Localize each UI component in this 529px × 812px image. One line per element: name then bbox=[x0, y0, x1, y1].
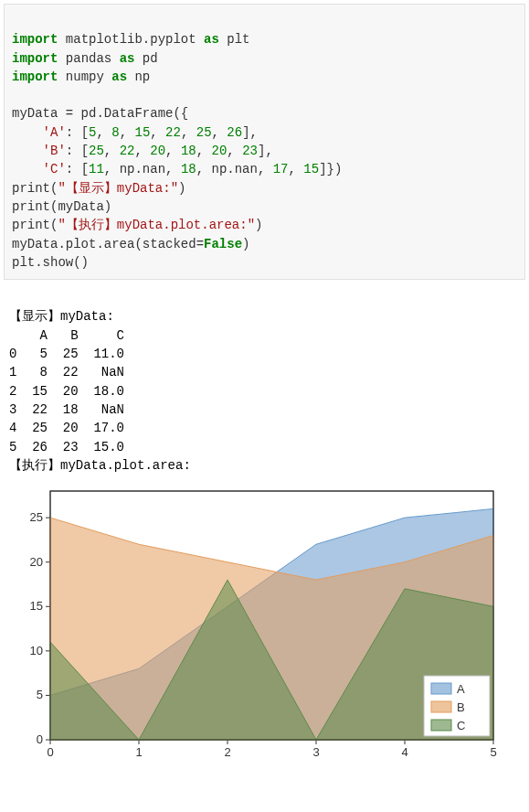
table-row: 1 8 22 NaN bbox=[9, 365, 124, 379]
code-line: print( bbox=[12, 181, 58, 196]
kw-import: import bbox=[12, 69, 58, 84]
string-literal: "【执行】myData.plot.area:" bbox=[58, 218, 255, 232]
code-line: print( bbox=[12, 218, 58, 232]
kw-import: import bbox=[12, 32, 58, 47]
x-tick-label: 0 bbox=[47, 745, 53, 759]
code-cell: import matplotlib.pyplot as plt import p… bbox=[4, 4, 525, 280]
area-chart: 0510152025012345ABC bbox=[0, 478, 529, 775]
kw-as: as bbox=[111, 69, 127, 84]
code-line: myData.plot.area(stacked= bbox=[12, 237, 204, 251]
legend-label: B bbox=[457, 700, 465, 714]
mod-name: numpy bbox=[58, 69, 111, 84]
y-tick-label: 5 bbox=[37, 689, 43, 702]
x-tick-label: 4 bbox=[401, 745, 407, 759]
y-tick-label: 20 bbox=[30, 555, 43, 569]
x-tick-label: 2 bbox=[224, 745, 230, 759]
table-row: 5 26 23 15.0 bbox=[9, 440, 124, 454]
y-tick-label: 15 bbox=[30, 599, 43, 613]
x-tick-label: 3 bbox=[312, 745, 319, 759]
kw-as: as bbox=[120, 51, 135, 66]
y-tick-label: 10 bbox=[30, 644, 43, 657]
y-tick-label: 25 bbox=[30, 510, 43, 524]
kw-import: import bbox=[12, 51, 58, 66]
x-tick-label: 1 bbox=[135, 745, 142, 759]
code-line: myData = pd.DataFrame({ bbox=[12, 106, 188, 121]
output-line: 【执行】myData.plot.area: bbox=[9, 458, 191, 473]
dict-key: 'C' bbox=[43, 162, 66, 176]
bool-literal: False bbox=[204, 237, 242, 251]
legend-swatch bbox=[431, 720, 451, 731]
alias: plt bbox=[219, 32, 250, 47]
table-header: A B C bbox=[9, 328, 124, 343]
dict-key: 'B' bbox=[43, 144, 66, 158]
table-row: 4 25 20 17.0 bbox=[9, 421, 124, 435]
alias: np bbox=[127, 69, 150, 84]
code-line: print(myData) bbox=[12, 199, 111, 214]
dict-key: 'A' bbox=[43, 125, 66, 140]
legend-swatch bbox=[431, 683, 451, 694]
y-tick-label: 0 bbox=[37, 732, 43, 746]
table-row: 3 22 18 NaN bbox=[9, 402, 124, 417]
legend-label: C bbox=[457, 719, 465, 732]
table-row: 0 5 25 11.0 bbox=[9, 347, 124, 361]
mod-name: pandas bbox=[58, 51, 119, 66]
chart-svg: 0510152025012345ABC bbox=[9, 482, 503, 765]
x-tick-label: 5 bbox=[490, 745, 496, 759]
mod-name: matplotlib.pyplot bbox=[58, 32, 204, 47]
legend-swatch bbox=[431, 701, 451, 712]
legend-label: A bbox=[457, 682, 465, 696]
table-row: 2 15 20 18.0 bbox=[9, 384, 124, 399]
alias: pd bbox=[134, 51, 157, 66]
output-line: 【显示】myData: bbox=[9, 309, 114, 324]
code-line: plt.show() bbox=[12, 255, 89, 270]
stdout-output: 【显示】myData: A B C 0 5 25 11.0 1 8 22 NaN… bbox=[0, 283, 529, 478]
kw-as: as bbox=[204, 32, 219, 47]
string-literal: "【显示】myData:" bbox=[58, 181, 178, 196]
